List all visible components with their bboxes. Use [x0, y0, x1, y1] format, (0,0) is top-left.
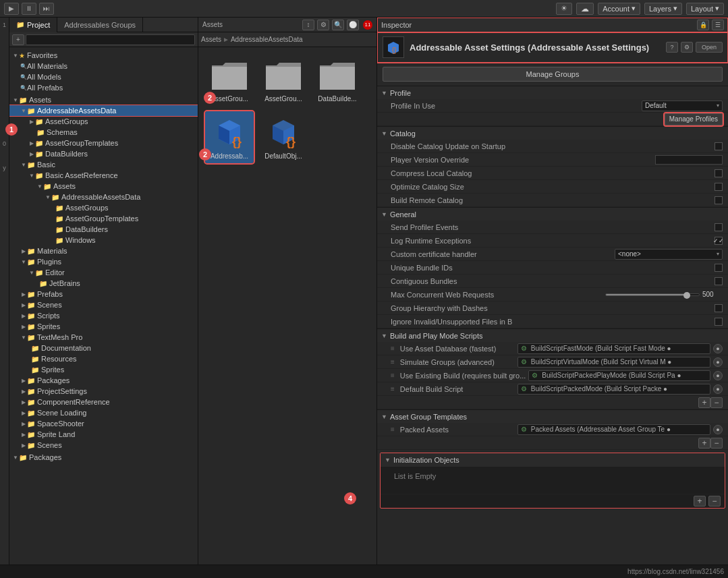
tree-favorites[interactable]: ▼ ★ Favorites — [9, 50, 198, 61]
tree-addr-data2[interactable]: ▼ 📁 AddressableAssetsData — [9, 192, 198, 202]
assets-toolbar-btn3[interactable]: 🔍 — [332, 20, 344, 30]
tree-db2[interactable]: 📁 DataBuilders — [9, 224, 198, 235]
slider-thumb[interactable] — [683, 292, 690, 299]
asset-item-5[interactable]: {} DefaultObj... — [259, 111, 308, 163]
compress-catalog-checkbox[interactable] — [715, 169, 723, 177]
layout-button[interactable]: Layout ▾ — [686, 3, 724, 15]
tree-all-models[interactable]: 🔍 All Models — [9, 71, 198, 82]
packed-assets-circle-btn[interactable]: ● — [713, 425, 723, 434]
tree-asset-group-templates[interactable]: ▶ 📁 AssetGroupTemplates — [9, 138, 198, 148]
step-button[interactable]: ⏭ — [39, 3, 54, 15]
assets-toolbar-btn2[interactable]: ⚙ — [317, 20, 329, 30]
simulate-groups-circle-btn[interactable]: ● — [713, 357, 723, 367]
disable-catalog-checkbox[interactable] — [715, 142, 723, 150]
tree-data-builders[interactable]: ▶ 📁 DataBuilders — [9, 148, 198, 159]
tree-space-shooter[interactable]: ▶ 📁 SpaceShooter — [9, 418, 198, 429]
tree-textmesh[interactable]: ▼ 📁 TextMesh Pro — [9, 332, 198, 343]
assets-toolbar-btn1[interactable]: ↕ — [302, 20, 314, 30]
section-build[interactable]: ▼ Build and Play Mode Scripts — [377, 328, 728, 342]
ignore-invalid-checkbox[interactable] — [715, 318, 723, 326]
simulate-groups-value-field[interactable]: ⚙ BuildScriptVirtualMode (Build Script V… — [517, 357, 710, 368]
default-build-value-field[interactable]: ⚙ BuildScriptPackedMode (Build Script Pa… — [517, 384, 710, 395]
tree-prefabs[interactable]: ▶ 📁 Prefabs — [9, 289, 198, 299]
tree-packages[interactable]: ▶ 📁 Packages — [9, 375, 198, 386]
custom-cert-dropdown[interactable]: <none> ▾ — [615, 249, 723, 260]
tree-jetbrains[interactable]: 📁 JetBrains — [9, 278, 198, 289]
tree-plugins[interactable]: ▼ 📁 Plugins — [9, 256, 198, 267]
pause-button[interactable]: ⏸ — [22, 3, 36, 15]
layers-button[interactable]: Layers ▾ — [644, 3, 682, 15]
tree-agt2[interactable]: 📁 AssetGroupTemplates — [9, 213, 198, 224]
template-add-button[interactable]: + — [698, 438, 710, 449]
section-profile[interactable]: ▼ Profile — [377, 86, 728, 99]
play-button[interactable]: ▶ — [4, 3, 19, 15]
template-remove-button[interactable]: − — [710, 438, 723, 449]
use-existing-circle-btn[interactable]: ● — [713, 371, 723, 380]
tree-schemas[interactable]: 📁 Schemas — [9, 127, 198, 138]
max-web-slider-track[interactable] — [605, 293, 700, 296]
group-hierarchy-checkbox[interactable] — [715, 304, 723, 312]
tree-resources[interactable]: 📁 Resources — [9, 353, 198, 364]
tree-all-materials[interactable]: 🔍 All Materials — [9, 61, 198, 71]
tree-project-settings[interactable]: ▶ 📁 ProjectSettings — [9, 386, 198, 397]
sun-button[interactable]: ☀ — [556, 3, 572, 15]
init-add-button[interactable]: + — [694, 496, 706, 507]
tree-component-ref[interactable]: ▶ 📁 ComponentReference — [9, 397, 198, 407]
tree-asset-groups[interactable]: ▶ 📁 AssetGroups — [9, 116, 198, 127]
default-build-circle-btn[interactable]: ● — [713, 384, 723, 394]
packed-assets-value-field[interactable]: ⚙ Packed Assets (Addressable Asset Group… — [517, 424, 710, 435]
init-remove-button[interactable]: − — [708, 496, 721, 507]
breadcrumb-assets[interactable]: Assets — [201, 36, 221, 43]
account-button[interactable]: Account ▾ — [598, 3, 640, 15]
inspector-menu-button[interactable]: ☰ — [712, 20, 724, 30]
use-existing-value-field[interactable]: ⚙ BuildScriptPackedPlayMode (Build Scrip… — [528, 370, 710, 381]
sidebar-num-1[interactable]: 1 — [3, 20, 6, 30]
send-profiler-checkbox[interactable] — [715, 223, 723, 231]
add-button[interactable]: + — [12, 34, 24, 45]
tree-materials[interactable]: ▶ 📁 Materials — [9, 245, 198, 256]
tree-assets-root[interactable]: ▼ 📁 Assets — [9, 94, 198, 105]
profile-dropdown[interactable]: Default ▾ — [642, 100, 723, 111]
inspector-settings-button[interactable]: ⚙ — [681, 42, 693, 53]
optimize-catalog-checkbox[interactable] — [715, 183, 723, 191]
tree-scenes[interactable]: ▶ 📁 Scenes — [9, 299, 198, 310]
section-catalog[interactable]: ▼ Catalog — [377, 126, 728, 140]
contiguous-bundles-checkbox[interactable] — [715, 277, 723, 285]
build-remote-checkbox[interactable] — [715, 196, 723, 204]
player-version-input[interactable] — [655, 155, 723, 165]
assets-toolbar-btn4[interactable]: ⚪ — [347, 20, 359, 30]
tree-basic-asset-ref[interactable]: ▼ 📁 Basic AssetReference — [9, 170, 198, 181]
tab-addressables[interactable]: Addressables Groups — [57, 18, 143, 32]
open-button[interactable]: Open — [696, 42, 723, 53]
init-objects-header[interactable]: ▼ Initialization Objects — [381, 453, 725, 467]
tree-documentation[interactable]: 📁 Documentation — [9, 343, 198, 353]
sidebar-num-2[interactable]: 0 — [3, 139, 6, 148]
tree-windows[interactable]: 📁 Windows — [9, 235, 198, 245]
asset-item-2[interactable]: AssetGrou... — [259, 54, 308, 106]
sidebar-num-3[interactable]: y — [3, 163, 6, 173]
tree-basic[interactable]: ▼ 📁 Basic — [9, 159, 198, 170]
section-asset-templates[interactable]: ▼ Asset Group Templates — [377, 409, 728, 423]
search-input[interactable] — [26, 34, 195, 45]
manage-profiles-button[interactable]: Manage Profiles — [665, 113, 723, 125]
tree-ag2[interactable]: 📁 AssetGroups — [9, 202, 198, 213]
tree-sprites2[interactable]: 📁 Sprites — [9, 364, 198, 375]
tree-scene-loading[interactable]: ▶ 📁 Scene Loading — [9, 407, 198, 418]
asset-item-3[interactable]: DataBuilde... — [313, 54, 362, 106]
tree-all-prefabs[interactable]: 🔍 All Prefabs — [9, 82, 198, 93]
tree-editor[interactable]: ▼ 📁 Editor — [9, 267, 198, 278]
use-asset-db-value-field[interactable]: ⚙ BuildScriptFastMode (Build Script Fast… — [517, 343, 710, 354]
build-add-button[interactable]: + — [698, 397, 710, 408]
breadcrumb-data[interactable]: AddressableAssetsData — [231, 36, 303, 43]
use-asset-db-circle-btn[interactable]: ● — [713, 344, 723, 353]
asset-item-4[interactable]: {} Addressab... — [205, 111, 254, 163]
tab-project[interactable]: 📁 Project — [9, 18, 57, 32]
tree-addressable-data[interactable]: ▼ 📁 AddressableAssetsData — [9, 105, 198, 116]
build-remove-button[interactable]: − — [710, 397, 723, 408]
tree-sprites[interactable]: ▶ 📁 Sprites — [9, 321, 198, 332]
section-general[interactable]: ▼ General — [377, 207, 728, 221]
unique-bundle-checkbox[interactable] — [715, 264, 723, 272]
tree-sprite-land[interactable]: ▶ 📁 Sprite Land — [9, 429, 198, 440]
inspector-lock-button[interactable]: 🔒 — [697, 20, 709, 30]
cloud-button[interactable]: ☁ — [576, 3, 594, 15]
